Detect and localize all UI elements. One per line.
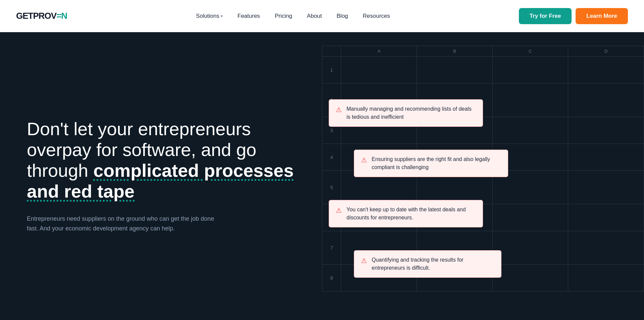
grid-corner — [322, 46, 341, 57]
hero-section: Don't let your entrepreneurs overpay for… — [0, 32, 644, 320]
alert-text-3: You can't keep up to date with the lates… — [346, 206, 476, 222]
warning-icon-1: ⚠ — [336, 106, 342, 114]
alert-text-1: Manually managing and recommending lists… — [346, 105, 476, 121]
cell-5d — [568, 171, 644, 204]
cell-7c — [492, 231, 568, 265]
cell-4d — [568, 144, 644, 171]
alert-card-1: ⚠ Manually managing and recommending lis… — [329, 99, 483, 127]
logo-accent: =N — [56, 11, 67, 21]
nav-blog[interactable]: Blog — [329, 10, 356, 22]
hero-subtitle: Entrepreneurs need suppliers on the grou… — [27, 214, 215, 234]
cell-7d — [568, 231, 644, 265]
alert-text-2: Ensuring suppliers are the right fit and… — [372, 155, 501, 171]
nav-features[interactable]: Features — [230, 10, 267, 22]
col-header-b: B — [417, 46, 493, 57]
nav-pricing[interactable]: Pricing — [267, 10, 300, 22]
row-num-8: 8 — [322, 265, 341, 291]
warning-icon-4: ⚠ — [361, 257, 367, 265]
row-num-7: 7 — [322, 231, 341, 265]
nav-solutions[interactable]: Solutions ▾ — [189, 10, 230, 22]
hero-right: A B C D 1 2 — [322, 32, 644, 320]
alert-card-2: ⚠ Ensuring suppliers are the right fit a… — [354, 150, 508, 177]
warning-icon-3: ⚠ — [336, 206, 342, 214]
nav-about[interactable]: About — [300, 10, 329, 22]
cell-1c — [492, 57, 568, 84]
col-header-c: C — [492, 46, 568, 57]
warning-icon-2: ⚠ — [361, 156, 367, 164]
cell-6c — [492, 204, 568, 231]
cell-8d — [568, 265, 644, 291]
try-for-free-button[interactable]: Try for Free — [519, 8, 572, 24]
nav-links: Solutions ▾ Features Pricing About Blog … — [189, 10, 397, 22]
cell-1d — [568, 57, 644, 84]
nav-resources[interactable]: Resources — [356, 10, 397, 22]
navbar-actions: Try for Free Learn More — [519, 8, 628, 24]
row-num-5: 5 — [322, 171, 341, 204]
learn-more-button[interactable]: Learn More — [576, 8, 628, 24]
cell-3c — [492, 117, 568, 144]
alert-card-4: ⚠ Quantifying and tracking the results f… — [354, 250, 501, 278]
logo: GETPROV=N — [16, 11, 67, 21]
cell-6d — [568, 204, 644, 231]
navbar: GETPROV=N Solutions ▾ Features Pricing A… — [0, 0, 644, 32]
cell-1a — [341, 57, 417, 84]
col-header-d: D — [568, 46, 644, 57]
row-num-4: 4 — [322, 144, 341, 171]
hero-left: Don't let your entrepreneurs overpay for… — [0, 32, 322, 320]
grid-header-row: A B C D — [322, 46, 644, 57]
cell-1b — [417, 57, 493, 84]
chevron-down-icon: ▾ — [221, 14, 223, 18]
cell-3d — [568, 117, 644, 144]
cell-8c — [492, 265, 568, 291]
cell-2c — [492, 84, 568, 117]
grid-row-1: 1 — [322, 57, 644, 84]
alert-card-3: ⚠ You can't keep up to date with the lat… — [329, 200, 483, 227]
hero-title: Don't let your entrepreneurs overpay for… — [27, 118, 301, 202]
cell-2d — [568, 84, 644, 117]
row-num-1: 1 — [322, 57, 341, 84]
spreadsheet-area: A B C D 1 2 — [322, 46, 644, 320]
col-header-a: A — [341, 46, 417, 57]
alert-text-4: Quantifying and tracking the results for… — [372, 256, 494, 272]
